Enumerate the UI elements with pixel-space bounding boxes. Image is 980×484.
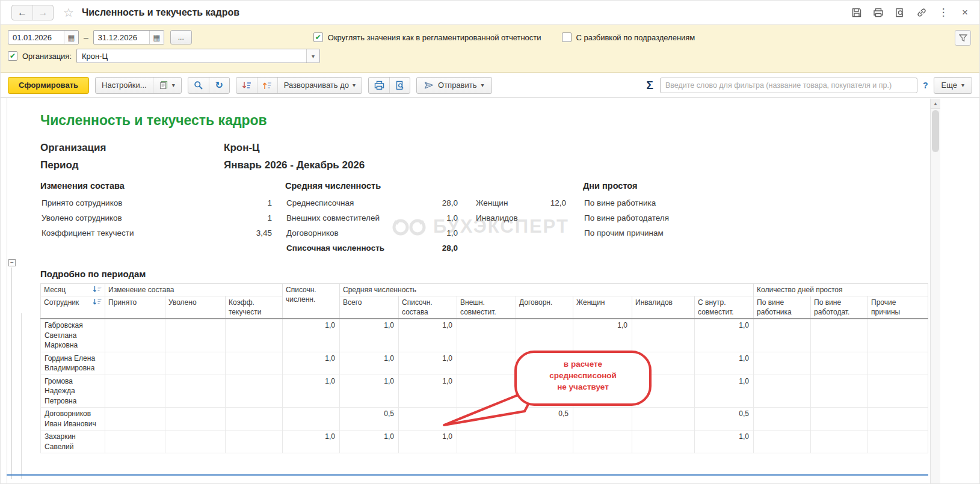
column-header[interactable]: Женщин [573,296,632,319]
help-button[interactable]: ? [923,81,928,90]
organization-combo[interactable]: Крон-Ц ▾ [76,49,320,63]
value-cell[interactable] [105,430,165,453]
column-header[interactable]: Договорн. [516,296,573,319]
value-cell[interactable] [165,352,226,375]
save-icon[interactable] [851,7,863,19]
value-cell[interactable] [632,375,695,408]
value-cell[interactable]: 0,5 [516,408,573,430]
value-cell[interactable] [811,375,868,408]
column-header[interactable]: Уволено [165,296,226,319]
period-more-button[interactable]: ... [170,30,192,44]
value-cell[interactable]: 1,0 [340,319,399,352]
value-cell[interactable] [868,375,928,408]
value-cell[interactable] [868,430,928,453]
value-cell[interactable] [632,408,695,430]
back-button[interactable]: ← [12,5,32,20]
value-cell[interactable]: 1,0 [695,430,754,453]
employee-name-cell[interactable]: Габровская Светлана Марковна [41,319,105,352]
employee-name-cell[interactable]: Захаркин Савелий [41,430,105,453]
date-to-value[interactable]: 31.12.2026 [94,31,149,44]
date-from-field[interactable]: 01.01.2026 ▦ [8,30,79,44]
value-cell[interactable] [165,375,226,408]
value-cell[interactable]: 1,0 [573,352,632,375]
value-cell[interactable]: 1,0 [399,375,457,408]
value-cell[interactable] [226,430,283,453]
value-cell[interactable] [105,408,165,430]
employee-name-cell[interactable]: Гордина Елена Владимировна [41,352,105,375]
column-header[interactable]: По вине работника [754,296,811,319]
close-icon[interactable]: × [959,7,971,19]
group-collapse-box[interactable]: − [8,259,16,266]
calendar-icon[interactable]: ▦ [64,31,78,44]
expand-groups-button[interactable] [257,78,277,93]
value-cell[interactable] [868,408,928,430]
value-cell[interactable]: 0,5 [340,408,399,430]
search-button[interactable] [188,78,209,93]
refresh-button[interactable]: ↻ [209,78,229,93]
round-values-checkbox[interactable]: ✔ [313,32,323,42]
value-cell[interactable]: 1,0 [399,319,457,352]
collapse-groups-button[interactable] [236,78,257,93]
column-header[interactable]: Инвалидов [632,296,695,319]
print-preview-button[interactable] [389,78,410,93]
generate-button[interactable]: Сформировать [8,77,89,94]
value-cell[interactable] [105,352,165,375]
value-cell[interactable] [457,408,516,430]
value-cell[interactable]: 1,0 [283,352,340,375]
print-button[interactable] [369,78,389,93]
column-header[interactable]: С внутр. совместит. [695,296,754,319]
sum-icon[interactable]: Σ [647,79,653,92]
value-cell[interactable] [226,408,283,430]
date-to-field[interactable]: 31.12.2026 ▦ [93,30,164,44]
value-cell[interactable]: 1,0 [695,375,754,408]
value-cell[interactable]: 1,0 [695,352,754,375]
value-cell[interactable] [754,352,811,375]
value-cell[interactable] [226,352,283,375]
filter-settings-button[interactable] [955,30,971,46]
settings-button[interactable]: Настройки... [96,78,153,93]
value-cell[interactable] [632,430,695,453]
value-cell[interactable] [811,319,868,352]
value-cell[interactable] [165,430,226,453]
favorite-star-icon[interactable]: ☆ [63,7,74,19]
by-departments-checkbox[interactable]: ✔ [562,32,572,42]
value-cell[interactable] [516,375,573,408]
value-cell[interactable] [283,408,340,430]
scroll-up-icon[interactable]: ▲ [931,99,940,109]
column-header[interactable]: Сотрудник [41,296,105,319]
value-cell[interactable]: 1,0 [340,375,399,408]
value-cell[interactable] [457,430,516,453]
link-icon[interactable] [916,7,928,19]
value-cell[interactable] [226,319,283,352]
scrollbar-thumb[interactable] [932,110,939,152]
value-cell[interactable] [811,408,868,430]
value-cell[interactable] [226,375,283,408]
column-header[interactable]: По вине работодат. [811,296,868,319]
value-cell[interactable] [165,408,226,430]
organization-value[interactable]: Крон-Ц [77,49,306,63]
value-cell[interactable]: 1,0 [340,352,399,375]
quick-filter-input[interactable] [660,78,917,93]
column-header[interactable]: Всего [340,296,399,319]
chevron-down-icon[interactable]: ▾ [306,49,319,63]
column-header[interactable]: Коэфф. текучести [226,296,283,319]
value-cell[interactable]: 1,0 [399,430,457,453]
preview-icon[interactable] [894,7,906,19]
value-cell[interactable] [399,408,457,430]
value-cell[interactable] [811,352,868,375]
employee-name-cell[interactable]: Договорников Иван Иванович [41,408,105,430]
value-cell[interactable]: 1,0 [340,430,399,453]
value-cell[interactable]: 1,0 [573,319,632,352]
value-cell[interactable] [632,319,695,352]
value-cell[interactable] [868,319,928,352]
organization-checkbox[interactable]: ✔ [8,51,17,61]
value-cell[interactable] [754,408,811,430]
value-cell[interactable] [754,375,811,408]
expand-to-button[interactable]: Разворачивать до ▾ [277,78,362,93]
column-group-header[interactable]: Месяц [41,284,105,296]
value-cell[interactable] [573,430,632,453]
value-cell[interactable] [516,430,573,453]
column-header[interactable]: Списочн. состава [399,296,457,319]
more-menu-icon[interactable]: ⋮ [937,7,949,19]
sort-icon[interactable] [93,286,102,293]
